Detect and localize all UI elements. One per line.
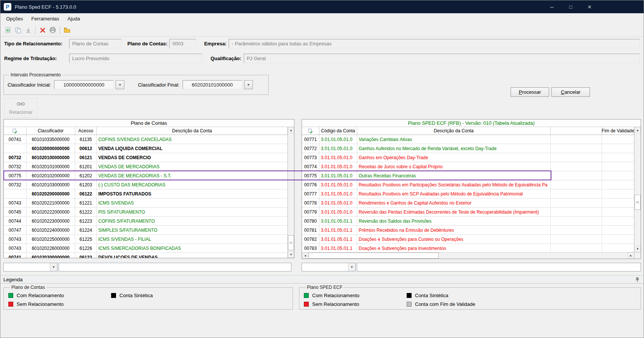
cell [602,235,634,243]
table-row[interactable]: 0074560102022200000061222PIS S/FATURAMEN… [4,208,288,217]
processar-button-label: Processar [519,89,541,95]
open-folder-icon[interactable] [62,25,72,35]
table-row[interactable]: 0074160101033500000061135COFINS S/VENDAS… [4,135,288,144]
scroll-down-icon[interactable]: ▼ [635,246,641,252]
cell: 00743 [4,235,26,243]
copy-icon[interactable] [13,25,23,35]
table-row[interactable]: 0074360102022500000061225ICMS S/VENDAS -… [4,235,288,244]
table-row[interactable]: 007733.01.01.05.01.0Ganhos em Operações … [302,153,634,162]
table-row[interactable]: 007773.01.01.05.01.0Resultados Positivos… [302,189,634,198]
scroll-up-icon[interactable]: ▲ [635,127,641,133]
cell: 3.01.01.05.01.0 [319,135,357,144]
table-row[interactable]: 007783.01.01.05.01.0Rendimentos e Ganhos… [302,198,634,208]
right-grid-body: 007713.01.01.05.01.0Variações Cambiais A… [302,135,634,252]
table-row[interactable]: 0073260102010000000006121VENDAS DE COMER… [4,153,288,162]
cell: Rendimentos e Ganhos de Capital Auferido… [357,198,551,207]
cell: 3.01.01.05.01.0 [319,162,357,171]
column-header-acesso[interactable]: Acesso [75,127,97,135]
left-filter-input[interactable] [59,263,291,271]
scrollbar-thumb[interactable] [288,235,294,250]
classificador-inicial-dropdown-icon[interactable]: ▼ [116,80,124,89]
processar-button[interactable]: Processar [511,87,549,97]
table-row[interactable]: 0073260102010300000061203(-) CUSTO DAS M… [4,180,288,189]
left-grid-vertical-scrollbar[interactable]: ▲ ▼ [288,127,294,258]
delete-icon[interactable] [37,25,48,35]
column-header-fim-validade[interactable]: Fim de Validade [602,127,634,135]
right-filter-input[interactable] [357,263,641,271]
scroll-right-icon[interactable]: ► [628,253,634,259]
table-row[interactable]: 0074760102022400000061224SIMPLES S/FATUR… [4,226,288,235]
menu-opcoes[interactable]: Opções [2,14,27,23]
scrollbar-thumb[interactable] [308,253,439,259]
cell: Reversão das Perdas Estimadas Decorrente… [357,208,551,216]
scrollbar-thumb[interactable] [635,195,641,210]
table-row[interactable]: 60102020000000006122IMPOSTOS FATURADOS [4,189,288,198]
table-row[interactable]: 007823.01.01.05.01.1Doações e Subvenções… [302,235,634,244]
table-row[interactable]: 0074460102022300000061223COFINS S/FATURA… [4,217,288,226]
classificador-final-label: Classificador Final: [138,82,180,88]
classificador-inicial-input[interactable]: 100000000000000 [54,80,114,89]
table-row[interactable]: 007713.01.01.05.01.0Variações Cambiais A… [302,135,634,144]
print-icon[interactable] [48,25,58,35]
table-row[interactable]: 0074360102022100000061221ICMS S/VENDAS [4,198,288,208]
cell [551,217,602,225]
menu-ajuda[interactable]: Ajuda [63,14,84,23]
column-header-descricao-conta[interactable]: Descrição da Conta [357,127,551,135]
right-filter-combobox[interactable]: ▼ [302,263,356,271]
legend-color-swatch [407,302,412,307]
cancelar-button[interactable]: Cancelar [551,87,590,97]
minimize-button[interactable]: ─ [542,0,561,13]
pin-icon[interactable] [635,277,640,283]
regime-tributacao-label: Regime de Tributação: [4,56,68,61]
cell: 601020101000000 [26,162,75,171]
relation-icon [302,127,319,135]
close-button[interactable]: ✕ [580,0,599,13]
column-header-codigo-conta[interactable]: Código da Conta [319,127,357,135]
column-header-classificador[interactable]: Classificador [26,127,75,135]
table-row[interactable]: 007793.01.01.05.01.0Reversão das Perdas … [302,208,634,217]
table-row[interactable]: 007833.01.01.05.01.1Doações e Subvenções… [302,244,634,252]
refresh-icon[interactable] [3,25,13,35]
cell: 601020226000000 [26,244,75,253]
table-row[interactable]: 007763.01.01.05.01.0Resultados Positivos… [302,180,634,189]
table-row[interactable]: 0074160102030000000006123DEVOLUCOES DE V… [4,253,288,258]
dropdown-arrow-icon[interactable]: ▼ [348,263,355,271]
cell: 00747 [4,226,26,234]
maximize-button[interactable]: □ [561,0,580,13]
cell [551,198,602,207]
menu-ferramentas[interactable]: Ferramentas [27,14,63,23]
link-icon [17,101,25,108]
relacionar-button-label: Relacionar [9,109,33,115]
cell: 601020000000000 [26,144,75,153]
table-row[interactable]: 007753.01.01.05.01.0Outras Receitas Fina… [302,171,634,180]
cell: 3.01.01.05.01.1 [319,217,357,225]
left-filter-combobox[interactable]: ▼ [3,263,57,271]
dropdown-arrow-icon[interactable]: ▼ [50,263,57,271]
scroll-up-icon[interactable]: ▲ [288,127,294,133]
legend-plano-sped-ecf: Plano SPED ECF Com RelacionamentoSem Rel… [299,285,641,310]
table-row[interactable]: 007743.01.01.05.01.0Receitas de Juros so… [302,162,634,171]
table-row[interactable]: 60102000000000000612VENDA LIQUIDA COMERC… [4,144,288,153]
legend-label: Sem Relacionamento [17,301,63,307]
table-row[interactable]: 0074360102022600000061226ICMS S/MERCADOR… [4,244,288,253]
table-row[interactable]: 0077560102010200000061202VENDAS DE MERCA… [4,171,288,180]
cell: 00612 [75,144,97,153]
title-bar[interactable]: P Plano Sped ECF - 5.173.0.0 ─ □ ✕ [0,0,644,13]
cell: 00775 [4,171,26,180]
qualificacao-field: PJ Geral [244,54,640,63]
cell: 601020300000000 [26,253,75,258]
table-row[interactable]: 007803.01.01.05.01.1Reversão dos Saldos … [302,217,634,226]
right-grid-vertical-scrollbar[interactable]: ▲ ▼ [634,127,641,252]
cell: 61202 [75,171,97,180]
table-row[interactable]: 007813.01.01.05.01.1Prêmios Recebidos na… [302,226,634,235]
classificador-final-input[interactable]: 602020101000000 [183,80,242,89]
scroll-left-icon[interactable]: ◄ [302,253,308,259]
table-row[interactable]: 0073260102010100000061201VENDAS DE MERCA… [4,162,288,171]
column-header-descricao[interactable]: Descrição da Conta [97,127,288,135]
right-grid-horizontal-scrollbar[interactable]: ◄ ► [302,252,634,259]
table-row[interactable]: 007723.01.01.05.01.0Ganhos Auferidos no … [302,144,634,153]
classificador-final-dropdown-icon[interactable]: ▼ [244,80,253,89]
toolbar [0,24,644,37]
cell: 601020224000000 [26,226,75,234]
scroll-down-icon[interactable]: ▼ [288,251,294,258]
